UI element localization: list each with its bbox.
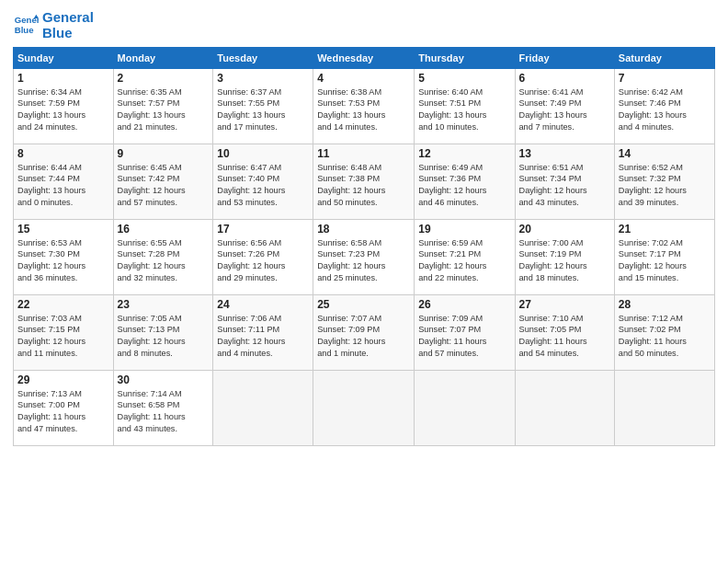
day-cell <box>415 370 515 445</box>
day-info: Sunrise: 6:53 AM Sunset: 7:30 PM Dayligh… <box>17 237 109 285</box>
day-cell: 22Sunrise: 7:03 AM Sunset: 7:15 PM Dayli… <box>14 294 114 370</box>
page-container: General Blue General Blue SundayMondayTu… <box>0 0 728 563</box>
day-info: Sunrise: 7:10 AM Sunset: 7:05 PM Dayligh… <box>519 313 610 361</box>
day-cell: 21Sunrise: 7:02 AM Sunset: 7:17 PM Dayli… <box>614 219 714 294</box>
day-number: 21 <box>619 223 711 236</box>
day-cell: 17Sunrise: 6:56 AM Sunset: 7:26 PM Dayli… <box>213 219 313 294</box>
day-cell <box>313 370 415 445</box>
day-info: Sunrise: 6:34 AM Sunset: 7:59 PM Dayligh… <box>17 86 109 134</box>
day-info: Sunrise: 6:41 AM Sunset: 7:49 PM Dayligh… <box>519 86 610 134</box>
day-info: Sunrise: 7:12 AM Sunset: 7:02 PM Dayligh… <box>619 313 711 361</box>
day-info: Sunrise: 6:37 AM Sunset: 7:55 PM Dayligh… <box>217 86 309 134</box>
logo-general: General <box>42 9 94 25</box>
day-number: 29 <box>17 373 109 386</box>
day-info: Sunrise: 6:40 AM Sunset: 7:51 PM Dayligh… <box>418 86 510 134</box>
day-number: 20 <box>519 223 610 236</box>
day-info: Sunrise: 6:42 AM Sunset: 7:46 PM Dayligh… <box>619 86 711 134</box>
day-cell: 15Sunrise: 6:53 AM Sunset: 7:30 PM Dayli… <box>14 219 114 294</box>
day-number: 22 <box>17 298 109 311</box>
day-number: 19 <box>418 223 510 236</box>
day-number: 8 <box>17 147 109 160</box>
day-info: Sunrise: 7:14 AM Sunset: 6:58 PM Dayligh… <box>118 388 210 436</box>
day-info: Sunrise: 7:13 AM Sunset: 7:00 PM Dayligh… <box>17 388 109 436</box>
col-header-saturday: Saturday <box>614 47 714 68</box>
day-number: 18 <box>317 223 410 236</box>
day-number: 16 <box>118 223 210 236</box>
day-cell: 7Sunrise: 6:42 AM Sunset: 7:46 PM Daylig… <box>614 68 714 144</box>
day-cell <box>614 370 714 445</box>
day-cell: 28Sunrise: 7:12 AM Sunset: 7:02 PM Dayli… <box>614 294 714 370</box>
day-number: 14 <box>619 147 711 160</box>
day-number: 1 <box>17 72 109 85</box>
week-row-3: 15Sunrise: 6:53 AM Sunset: 7:30 PM Dayli… <box>14 219 715 294</box>
day-number: 2 <box>118 72 210 85</box>
day-number: 3 <box>217 72 309 85</box>
day-cell: 23Sunrise: 7:05 AM Sunset: 7:13 PM Dayli… <box>113 294 213 370</box>
day-cell: 25Sunrise: 7:07 AM Sunset: 7:09 PM Dayli… <box>313 294 415 370</box>
day-cell: 29Sunrise: 7:13 AM Sunset: 7:00 PM Dayli… <box>14 370 114 445</box>
day-cell: 8Sunrise: 6:44 AM Sunset: 7:44 PM Daylig… <box>14 144 114 219</box>
day-number: 13 <box>519 147 610 160</box>
day-cell: 19Sunrise: 6:59 AM Sunset: 7:21 PM Dayli… <box>415 219 515 294</box>
day-number: 23 <box>118 298 210 311</box>
day-info: Sunrise: 6:58 AM Sunset: 7:23 PM Dayligh… <box>317 237 410 285</box>
day-number: 6 <box>519 72 610 85</box>
day-number: 11 <box>317 147 410 160</box>
day-number: 12 <box>418 147 510 160</box>
day-cell: 6Sunrise: 6:41 AM Sunset: 7:49 PM Daylig… <box>515 68 614 144</box>
day-number: 25 <box>317 298 410 311</box>
day-cell: 9Sunrise: 6:45 AM Sunset: 7:42 PM Daylig… <box>113 144 213 219</box>
day-number: 4 <box>317 72 410 85</box>
logo: General Blue General Blue <box>13 9 94 41</box>
col-header-monday: Monday <box>113 47 213 68</box>
day-info: Sunrise: 7:09 AM Sunset: 7:07 PM Dayligh… <box>418 313 510 361</box>
day-cell: 2Sunrise: 6:35 AM Sunset: 7:57 PM Daylig… <box>113 68 213 144</box>
day-cell: 24Sunrise: 7:06 AM Sunset: 7:11 PM Dayli… <box>213 294 313 370</box>
col-header-tuesday: Tuesday <box>213 47 313 68</box>
col-header-wednesday: Wednesday <box>313 47 415 68</box>
day-info: Sunrise: 7:05 AM Sunset: 7:13 PM Dayligh… <box>118 313 210 361</box>
logo-blue: Blue <box>42 25 94 40</box>
day-number: 26 <box>418 298 510 311</box>
day-number: 27 <box>519 298 610 311</box>
week-row-1: 1Sunrise: 6:34 AM Sunset: 7:59 PM Daylig… <box>14 68 715 144</box>
day-info: Sunrise: 6:44 AM Sunset: 7:44 PM Dayligh… <box>17 162 109 210</box>
day-info: Sunrise: 7:06 AM Sunset: 7:11 PM Dayligh… <box>217 313 309 361</box>
day-info: Sunrise: 6:45 AM Sunset: 7:42 PM Dayligh… <box>118 162 210 210</box>
day-cell: 16Sunrise: 6:55 AM Sunset: 7:28 PM Dayli… <box>113 219 213 294</box>
day-number: 7 <box>619 72 711 85</box>
day-info: Sunrise: 6:48 AM Sunset: 7:38 PM Dayligh… <box>317 162 410 210</box>
day-cell: 5Sunrise: 6:40 AM Sunset: 7:51 PM Daylig… <box>415 68 515 144</box>
day-cell: 4Sunrise: 6:38 AM Sunset: 7:53 PM Daylig… <box>313 68 415 144</box>
day-info: Sunrise: 6:59 AM Sunset: 7:21 PM Dayligh… <box>418 237 510 285</box>
day-number: 15 <box>17 223 109 236</box>
col-header-friday: Friday <box>515 47 614 68</box>
day-cell: 1Sunrise: 6:34 AM Sunset: 7:59 PM Daylig… <box>14 68 114 144</box>
day-number: 10 <box>217 147 309 160</box>
day-number: 24 <box>217 298 309 311</box>
day-cell <box>213 370 313 445</box>
day-number: 30 <box>118 373 210 386</box>
day-number: 5 <box>418 72 510 85</box>
day-cell: 27Sunrise: 7:10 AM Sunset: 7:05 PM Dayli… <box>515 294 614 370</box>
day-info: Sunrise: 7:00 AM Sunset: 7:19 PM Dayligh… <box>519 237 610 285</box>
day-info: Sunrise: 6:35 AM Sunset: 7:57 PM Dayligh… <box>118 86 210 134</box>
week-row-5: 29Sunrise: 7:13 AM Sunset: 7:00 PM Dayli… <box>14 370 715 445</box>
day-info: Sunrise: 6:49 AM Sunset: 7:36 PM Dayligh… <box>418 162 510 210</box>
week-row-2: 8Sunrise: 6:44 AM Sunset: 7:44 PM Daylig… <box>14 144 715 219</box>
day-cell <box>515 370 614 445</box>
calendar: SundayMondayTuesdayWednesdayThursdayFrid… <box>13 47 715 446</box>
col-header-sunday: Sunday <box>14 47 114 68</box>
day-cell: 26Sunrise: 7:09 AM Sunset: 7:07 PM Dayli… <box>415 294 515 370</box>
day-number: 28 <box>619 298 711 311</box>
calendar-header-row: SundayMondayTuesdayWednesdayThursdayFrid… <box>14 47 715 68</box>
day-cell: 18Sunrise: 6:58 AM Sunset: 7:23 PM Dayli… <box>313 219 415 294</box>
day-info: Sunrise: 6:52 AM Sunset: 7:32 PM Dayligh… <box>619 162 711 210</box>
day-info: Sunrise: 7:03 AM Sunset: 7:15 PM Dayligh… <box>17 313 109 361</box>
day-number: 9 <box>118 147 210 160</box>
day-cell: 30Sunrise: 7:14 AM Sunset: 6:58 PM Dayli… <box>113 370 213 445</box>
day-cell: 14Sunrise: 6:52 AM Sunset: 7:32 PM Dayli… <box>614 144 714 219</box>
svg-text:Blue: Blue <box>15 25 34 35</box>
day-cell: 13Sunrise: 6:51 AM Sunset: 7:34 PM Dayli… <box>515 144 614 219</box>
day-cell: 10Sunrise: 6:47 AM Sunset: 7:40 PM Dayli… <box>213 144 313 219</box>
